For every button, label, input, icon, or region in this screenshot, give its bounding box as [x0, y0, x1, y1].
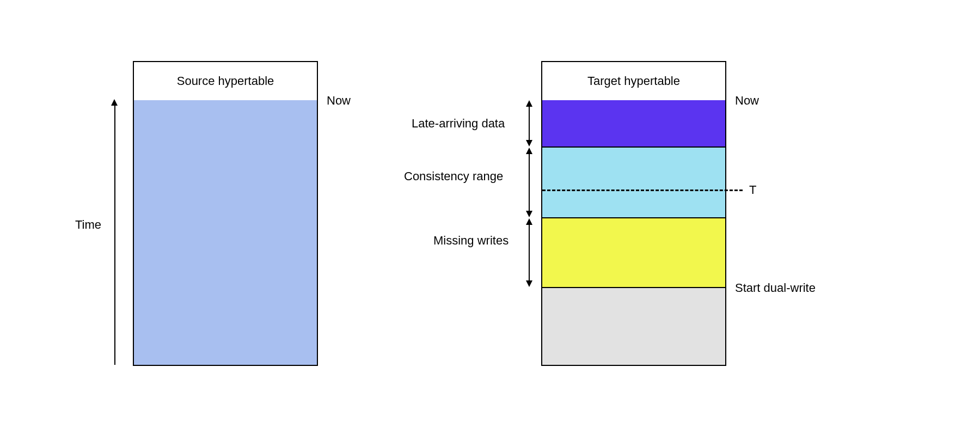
target-now-label: Now: [735, 94, 759, 108]
missing-writes-label: Missing writes: [433, 234, 509, 248]
empty-region: [542, 288, 725, 365]
source-title: Source hypertable: [134, 62, 317, 101]
t-dash-line: [542, 190, 743, 191]
late-arriving-region: [542, 100, 725, 148]
consistency-region: [542, 148, 725, 218]
time-axis-label: Time: [75, 218, 101, 232]
t-label: T: [749, 183, 756, 197]
missing-writes-region: [542, 218, 725, 288]
consistency-range-label: Consistency range: [404, 169, 503, 184]
source-now-label: Now: [327, 94, 351, 108]
target-title: Target hypertable: [542, 62, 725, 101]
late-arriving-label: Late-arriving data: [412, 117, 505, 131]
target-hypertable-box: Target hypertable: [541, 61, 726, 366]
source-hypertable-box: Source hypertable: [133, 61, 318, 366]
source-body-region: [134, 100, 317, 365]
start-dual-write-label: Start dual-write: [735, 281, 816, 295]
